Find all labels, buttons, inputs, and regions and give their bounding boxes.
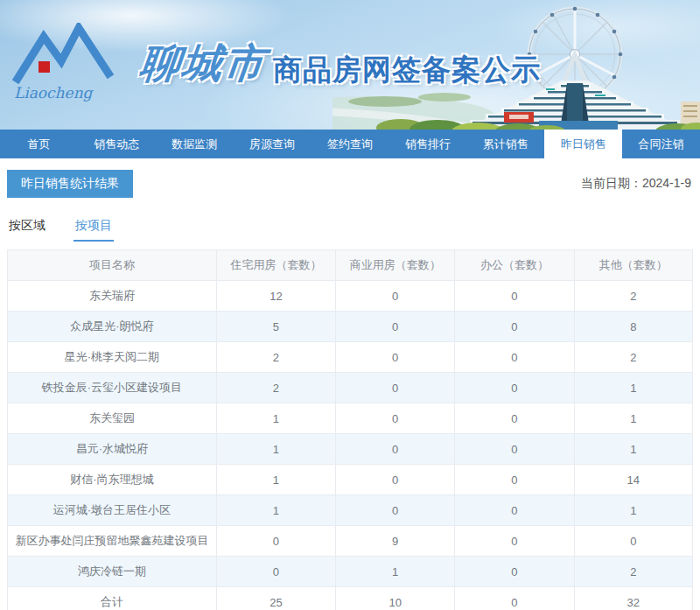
table-cell: 昌元·水城悦府 — [8, 434, 217, 465]
table-cell: 东关玺园 — [8, 403, 217, 434]
column-header: 住宅用房（套数） — [216, 250, 335, 281]
table-cell: 0 — [216, 557, 335, 587]
content-area: 昨日销售统计结果 当前日期：2024-1-9 按区域 按项目 项目名称住宅用房（… — [0, 170, 700, 610]
logo-script-text: Liaocheng — [14, 84, 94, 102]
table-cell: 2 — [574, 342, 692, 373]
view-tabs: 按区域 按项目 — [7, 218, 693, 242]
table-cell: 0 — [455, 281, 574, 312]
table-cell: 9 — [336, 526, 455, 557]
table-cell: 2 — [574, 281, 692, 312]
table-cell: 32 — [574, 587, 692, 610]
table-cell: 铁投金辰·云玺小区建设项目 — [8, 373, 217, 403]
table-cell: 5 — [216, 312, 335, 342]
table-cell: 0 — [336, 465, 455, 495]
title-bar: 昨日销售统计结果 当前日期：2024-1-9 — [7, 170, 693, 198]
nav-item-contract-query[interactable]: 签约查询 — [312, 130, 389, 158]
nav-item-cumulative-sales[interactable]: 累计销售 — [466, 130, 544, 158]
table-row: 众成星光·朗悦府5008 — [8, 312, 693, 342]
table-row: 星光·桃李天阅二期2002 — [8, 342, 693, 373]
table-cell: 1 — [216, 495, 335, 526]
tab-by-region[interactable]: 按区域 — [7, 218, 47, 242]
table-cell: 0 — [455, 312, 574, 342]
table-row: 鸿庆冷链一期0102 — [8, 557, 693, 587]
table-cell: 0 — [455, 526, 574, 557]
table-cell: 0 — [336, 342, 455, 373]
table-cell: 1 — [574, 373, 692, 403]
table-cell: 鸿庆冷链一期 — [8, 557, 217, 587]
table-cell: 0 — [455, 587, 574, 610]
table-row: 铁投金辰·云玺小区建设项目2001 — [8, 373, 693, 403]
table-cell: 25 — [216, 587, 335, 610]
table-row: 财信·尚东理想城10014 — [8, 465, 693, 495]
table-cell: 2 — [216, 373, 335, 403]
table-cell: 8 — [574, 312, 692, 342]
table-cell: 1 — [336, 557, 455, 587]
table-cell: 0 — [455, 403, 574, 434]
nav-item-sales-ranking[interactable]: 销售排行 — [388, 130, 466, 158]
table-cell: 1 — [574, 495, 692, 526]
table-header-row: 项目名称住宅用房（套数）商业用房（套数）办公（套数）其他（套数） — [8, 250, 693, 281]
column-header: 商业用房（套数） — [336, 250, 455, 281]
page-title: 商品房网签备案公示 — [273, 55, 541, 84]
table-cell: 东关瑞府 — [8, 281, 217, 312]
table-cell: 1 — [574, 403, 692, 434]
table-cell: 10 — [336, 587, 455, 610]
table-cell: 0 — [216, 526, 335, 557]
nav-item-contract-cancellation[interactable]: 合同注销 — [622, 130, 700, 158]
table-cell: 0 — [336, 434, 455, 465]
brand-block: Liaocheng 聊城市 商品房网签备案公示 — [12, 23, 541, 103]
nav-item-listing-query[interactable]: 房源查询 — [234, 130, 312, 158]
site-header: Liaocheng 聊城市 商品房网签备案公示 — [0, 0, 700, 130]
table-cell: 0 — [574, 526, 692, 557]
table-row: 东关瑞府12002 — [8, 281, 693, 312]
total-row: 合计2510032 — [8, 587, 693, 610]
table-cell: 0 — [455, 342, 574, 373]
table-cell: 星光·桃李天阅二期 — [8, 342, 217, 373]
table-cell: 1 — [216, 403, 335, 434]
table-cell: 众成星光·朗悦府 — [8, 312, 217, 342]
table-row: 新区办事处闫庄预留地聚鑫苑建设项目0900 — [8, 526, 693, 557]
table-cell: 合计 — [8, 587, 217, 610]
table-cell: 1 — [216, 465, 335, 495]
table-cell: 0 — [455, 557, 574, 587]
table-cell: 1 — [574, 434, 692, 465]
table-row: 昌元·水城悦府1001 — [8, 434, 693, 465]
main-nav: 首页销售动态数据监测房源查询签约查询销售排行累计销售昨日销售合同注销 — [0, 130, 700, 158]
current-date-label: 当前日期：2024-1-9 — [581, 176, 693, 192]
table-cell: 12 — [216, 281, 335, 312]
table-cell: 0 — [336, 495, 455, 526]
table-cell: 财信·尚东理想城 — [8, 465, 217, 495]
column-header: 办公（套数） — [455, 250, 574, 281]
column-header: 其他（套数） — [574, 250, 692, 281]
nav-item-yesterday-sales[interactable]: 昨日销售 — [544, 130, 622, 158]
table-cell: 2 — [574, 557, 692, 587]
table-cell: 0 — [455, 434, 574, 465]
nav-item-data-monitoring[interactable]: 数据监测 — [156, 130, 234, 158]
table-row: 运河城·墩台王居住小区1001 — [8, 495, 693, 526]
table-cell: 2 — [216, 342, 335, 373]
table-cell: 0 — [455, 465, 574, 495]
nav-item-home[interactable]: 首页 — [0, 130, 78, 158]
table-cell: 0 — [455, 373, 574, 403]
table-cell: 0 — [336, 281, 455, 312]
table-cell: 0 — [336, 312, 455, 342]
table-cell: 运河城·墩台王居住小区 — [8, 495, 217, 526]
sales-statistics-table: 项目名称住宅用房（套数）商业用房（套数）办公（套数）其他（套数） 东关瑞府120… — [7, 249, 693, 610]
section-title-badge: 昨日销售统计结果 — [7, 170, 133, 198]
nav-item-sales-dynamics[interactable]: 销售动态 — [78, 130, 156, 158]
liaocheng-logo-icon: Liaocheng — [12, 23, 135, 103]
table-cell: 1 — [216, 434, 335, 465]
table-row: 东关玺园1001 — [8, 403, 693, 434]
table-cell: 14 — [574, 465, 692, 495]
table-cell: 0 — [336, 373, 455, 403]
tab-by-project[interactable]: 按项目 — [74, 218, 114, 242]
city-name: 聊城市 — [138, 43, 269, 83]
table-cell: 0 — [455, 495, 574, 526]
table-cell: 新区办事处闫庄预留地聚鑫苑建设项目 — [8, 526, 217, 557]
table-cell: 0 — [336, 403, 455, 434]
column-header: 项目名称 — [8, 250, 217, 281]
